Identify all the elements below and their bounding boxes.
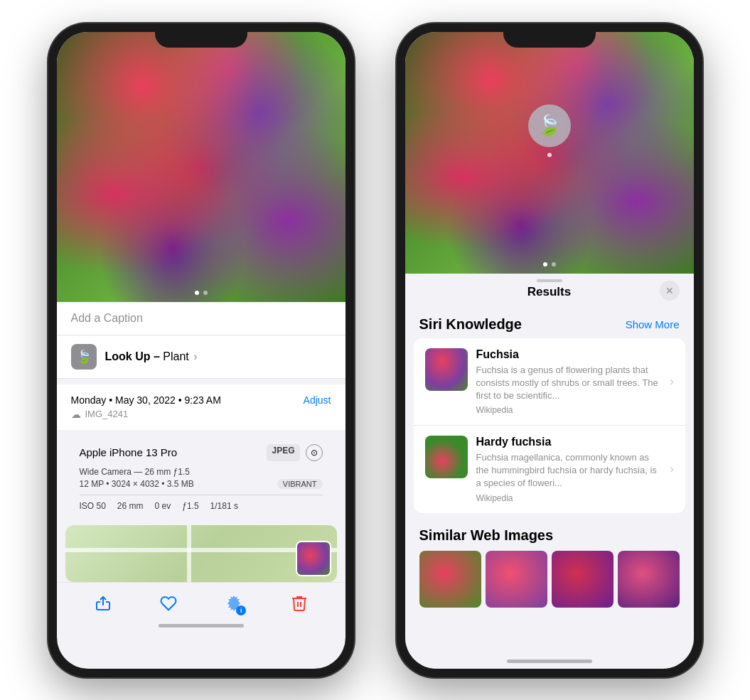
exif-row: ISO 50 26 mm 0 ev ƒ1.5 1/181 s <box>80 495 323 511</box>
adjust-button[interactable]: Adjust <box>304 394 331 406</box>
caption-placeholder: Add a Caption <box>71 312 143 324</box>
similar-web-section: Similar Web Images <box>405 519 694 613</box>
similar-images-row <box>419 551 680 608</box>
jpeg-badge: JPEG <box>267 444 299 461</box>
bottom-toolbar: i <box>57 582 345 618</box>
date-row: Monday • May 30, 2022 • 9:23 AM Adjust <box>71 394 331 406</box>
knowledge-card: Fuchsia Fuchsia is a genus of flowering … <box>414 338 685 513</box>
ev-value: 0 ev <box>155 501 171 511</box>
results-panel: Results ✕ Siri Knowledge Show More F <box>405 274 694 654</box>
page-dots <box>195 291 208 295</box>
home-indicator <box>57 618 345 633</box>
show-more-button[interactable]: Show More <box>626 318 680 330</box>
right-home-indicator <box>405 654 694 669</box>
right-page-dots <box>543 262 556 266</box>
home-bar <box>159 624 244 628</box>
device-name: Apple iPhone 13 Pro <box>80 446 178 458</box>
lookup-icon: 🍃 <box>71 344 97 370</box>
left-screen: Add a Caption 🍃 Look Up – Plant › Monday… <box>57 32 345 669</box>
fuchsia-title: Fuchsia <box>476 348 662 361</box>
lookup-chevron: › <box>193 350 197 362</box>
map-area[interactable] <box>65 525 337 582</box>
flower-image <box>57 32 345 302</box>
device-section: Apple iPhone 13 Pro JPEG ⊙ Wide Camera —… <box>65 436 337 519</box>
map-thumb-image <box>297 542 330 575</box>
knowledge-item-hardy[interactable]: Hardy fuchsia Fuchsia magellanica, commo… <box>414 425 685 513</box>
siri-knowledge-header: Siri Knowledge Show More <box>405 308 694 338</box>
share-button[interactable] <box>95 595 112 612</box>
badge-row: JPEG ⊙ <box>267 444 322 461</box>
right-dot-2 <box>552 262 556 266</box>
info-section: Monday • May 30, 2022 • 9:23 AM Adjust ☁… <box>57 384 345 430</box>
right-phone: 🍃 Results ✕ Siri Knowledge Show More <box>397 23 702 677</box>
info-button[interactable]: i <box>225 594 243 613</box>
similar-image-1[interactable] <box>419 551 481 608</box>
hardy-description: Fuchsia magellanica, commonly known as t… <box>476 451 662 490</box>
lookup-text: Look Up – Plant › <box>105 350 198 363</box>
cloud-icon: ☁ <box>71 409 81 420</box>
right-home-bar <box>507 659 592 663</box>
info-badge-icon: i <box>236 605 246 615</box>
filename: IMG_4241 <box>85 409 129 419</box>
drag-handle <box>537 279 562 282</box>
fuchsia-description: Fuchsia is a genus of flowering plants t… <box>476 364 662 403</box>
right-photo-area: 🍃 <box>405 32 694 274</box>
delete-button[interactable] <box>291 595 307 612</box>
hardy-title: Hardy fuchsia <box>476 436 662 448</box>
shutter-value: 1/181 s <box>210 501 238 511</box>
hardy-source: Wikipedia <box>476 493 662 503</box>
favorite-button[interactable] <box>160 595 177 612</box>
device-header: Apple iPhone 13 Pro JPEG ⊙ <box>80 444 323 461</box>
hardy-content: Hardy fuchsia Fuchsia magellanica, commo… <box>476 436 662 503</box>
map-thumbnail <box>296 541 331 576</box>
camera-detail: Wide Camera — 26 mm ƒ1.5 <box>80 467 323 477</box>
dot-1 <box>195 291 199 295</box>
siri-overlay: 🍃 <box>528 104 571 157</box>
similar-web-title: Similar Web Images <box>419 527 680 544</box>
lookup-row[interactable]: 🍃 Look Up – Plant › <box>57 335 345 379</box>
similar-image-3[interactable] <box>552 551 614 608</box>
dot-2 <box>203 291 208 295</box>
aperture-value: ƒ1.5 <box>182 501 198 511</box>
filename-row: ☁ IMG_4241 <box>71 409 331 420</box>
vibrant-badge: VIBRANT <box>277 479 323 489</box>
similar-image-2[interactable] <box>486 551 547 608</box>
siri-icon: 🍃 <box>528 104 571 147</box>
file-detail: 12 MP • 3024 × 4032 • 3.5 MB VIBRANT <box>80 479 323 489</box>
right-screen: 🍃 Results ✕ Siri Knowledge Show More <box>405 32 694 669</box>
fuchsia-chevron: › <box>670 375 673 388</box>
left-phone: Add a Caption 🍃 Look Up – Plant › Monday… <box>48 23 354 677</box>
fuchsia-thumbnail <box>425 348 468 391</box>
iso-value: ISO 50 <box>80 501 106 511</box>
close-button[interactable]: ✕ <box>660 281 680 301</box>
focal-value: 26 mm <box>117 501 144 511</box>
notch <box>155 23 247 48</box>
similar-image-4[interactable] <box>618 551 680 608</box>
hardy-chevron: › <box>670 463 673 475</box>
right-dot-1 <box>543 262 547 266</box>
siri-knowledge-title: Siri Knowledge <box>419 316 522 333</box>
camera-settings-icon[interactable]: ⊙ <box>306 444 323 461</box>
map-road-vertical <box>187 525 191 582</box>
knowledge-item-fuchsia[interactable]: Fuchsia Fuchsia is a genus of flowering … <box>414 338 685 426</box>
photo-area <box>57 32 345 302</box>
results-header: Results ✕ <box>405 274 694 308</box>
caption-area[interactable]: Add a Caption <box>57 302 345 335</box>
right-notch <box>503 23 596 48</box>
fuchsia-source: Wikipedia <box>476 405 662 415</box>
date-text: Monday • May 30, 2022 • 9:23 AM <box>71 394 221 406</box>
fuchsia-content: Fuchsia Fuchsia is a genus of flowering … <box>476 348 662 416</box>
results-title: Results <box>527 285 571 299</box>
hardy-thumbnail <box>425 436 468 478</box>
siri-dot <box>547 153 552 157</box>
